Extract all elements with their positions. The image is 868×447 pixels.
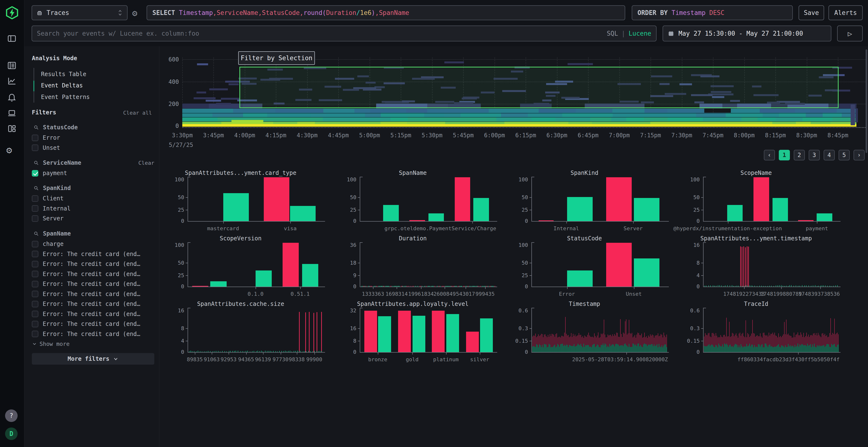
page-button[interactable]: 3 [809, 150, 820, 161]
dense-green [577, 345, 577, 352]
checkbox[interactable] [32, 241, 38, 247]
checkbox[interactable] [32, 321, 38, 327]
noise-smudge [390, 286, 391, 286]
checkbox[interactable] [32, 215, 38, 222]
filter-option[interactable]: Error: The credit card (end… [32, 250, 154, 258]
checkbox[interactable] [32, 261, 38, 267]
chart-title: Duration [327, 235, 499, 242]
bar-pink [283, 243, 299, 286]
ytick-label: 0 [340, 283, 356, 289]
prev-page-button[interactable]: ‹ [764, 150, 775, 161]
dense-green [663, 346, 664, 352]
y-axis [531, 242, 532, 287]
bar-pink [264, 177, 289, 221]
next-page-button[interactable]: › [854, 150, 865, 161]
noise-smudge [402, 286, 403, 286]
filter-option[interactable]: Error: The credit card (end… [32, 330, 154, 338]
xtick-mark [212, 353, 212, 354]
timeline-xtick-label: 7:45pm [703, 132, 723, 139]
bar-pink [409, 220, 425, 221]
filter-option-label: Error: The credit card (end… [43, 301, 140, 307]
noise-tick [714, 286, 715, 286]
bar-green [634, 259, 659, 286]
filter-option[interactable]: Error: The credit card (end… [32, 310, 154, 318]
bar-green [634, 198, 659, 221]
filter-by-selection-tooltip[interactable]: Filter by Selection [238, 51, 315, 65]
checkbox[interactable] [32, 195, 38, 202]
heat-band-seg [275, 109, 299, 113]
checkbox[interactable] [32, 271, 38, 277]
noise-tick [735, 286, 735, 286]
dense-green [551, 347, 551, 352]
noise-tick [713, 285, 713, 286]
dense-green [623, 346, 623, 352]
filter-option[interactable]: Client [32, 195, 154, 202]
checkbox[interactable] [32, 291, 38, 297]
heat-band-seg [590, 117, 611, 122]
checkbox[interactable] [32, 205, 38, 212]
filter-option[interactable]: Error: The credit card (end… [32, 280, 154, 288]
dense-green [787, 347, 787, 352]
user-avatar[interactable]: D [5, 427, 18, 440]
filter-option[interactable]: Error: The credit card (end… [32, 260, 154, 268]
checkbox[interactable] [32, 281, 38, 287]
checkbox[interactable] [32, 311, 38, 317]
dense-green [659, 344, 659, 352]
dense-green [597, 344, 597, 352]
heat-band-seg [371, 117, 391, 122]
checkbox-checked[interactable] [32, 170, 38, 176]
selection-rectangle[interactable] [240, 67, 839, 108]
filter-option[interactable]: Error: The credit card (end… [32, 290, 154, 298]
ytick-mark [529, 210, 531, 210]
filter-option[interactable]: payment [32, 169, 154, 177]
page-button[interactable]: 1 [779, 150, 790, 161]
filter-option[interactable]: charge [32, 240, 154, 248]
filter-option[interactable]: Server [32, 215, 154, 222]
page-button[interactable]: 4 [824, 150, 835, 161]
filter-option-label: Error: The credit card (end… [43, 291, 140, 298]
heat-blip [216, 103, 231, 105]
xtick-label: 543017 [456, 291, 475, 297]
page-button[interactable]: 2 [794, 150, 805, 161]
heat-separator [182, 113, 857, 113]
y-axis [360, 242, 360, 287]
dense-green [794, 347, 794, 352]
dense-green [595, 347, 595, 352]
help-button[interactable]: ? [5, 409, 18, 422]
dense-green [604, 345, 604, 352]
timeline-xtick-label: 5:30pm [422, 132, 442, 139]
filter-option[interactable]: Error: The credit card (end… [32, 300, 154, 308]
dense-green [572, 346, 572, 352]
page-button[interactable]: 5 [839, 150, 850, 161]
spike-pink [748, 247, 749, 286]
dense-green [592, 345, 593, 352]
scrollbar-thumb[interactable] [866, 49, 867, 153]
checkbox[interactable] [32, 331, 38, 337]
dense-green [770, 344, 770, 352]
noise-smudge [383, 286, 384, 286]
chart-title: StatusCode [499, 235, 670, 242]
dense-green [565, 346, 566, 352]
filter-option[interactable]: Error: The credit card (end… [32, 270, 154, 278]
show-more-button[interactable]: Show more [32, 341, 70, 347]
checkbox[interactable] [32, 301, 38, 307]
noise-tick [308, 351, 309, 352]
dense-green [578, 344, 578, 352]
filter-option[interactable]: Internal [32, 205, 154, 212]
dense-green [768, 347, 768, 352]
heat-blip [197, 63, 208, 65]
timeline-heatmap[interactable]: 02004006003:30pm3:45pm4:00pm4:15pm4:30pm… [0, 0, 868, 169]
checkbox[interactable] [32, 251, 38, 257]
dense-green [617, 344, 618, 352]
dense-green [543, 347, 544, 352]
filter-option[interactable]: Error: The credit card (end… [32, 320, 154, 328]
xtick-label: 0.51.1 [290, 291, 310, 297]
dense-green [800, 344, 800, 352]
noise-smudge [436, 286, 438, 286]
noise-tick [257, 351, 258, 352]
more-filters-button[interactable]: More filters [32, 353, 154, 365]
dense-green [774, 347, 775, 352]
ytick-label: 18 [340, 260, 356, 266]
dense-green [579, 345, 579, 352]
xtick-label: 2600849 [433, 291, 456, 297]
